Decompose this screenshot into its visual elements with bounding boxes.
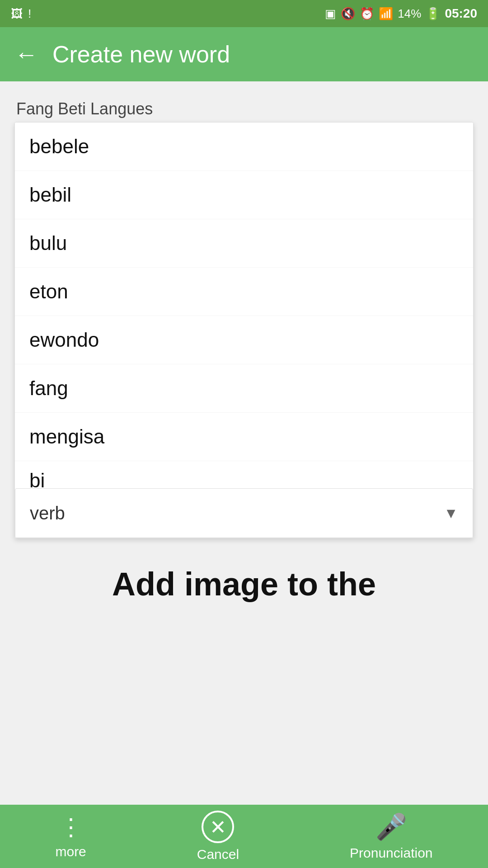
part-of-speech-dropdown[interactable]: verb ▼	[15, 488, 473, 538]
list-item[interactable]: bulu	[15, 219, 473, 268]
more-icon: ⋮	[59, 813, 83, 840]
mute-icon: 🔇	[341, 7, 355, 21]
add-image-text: Add image to the	[112, 566, 376, 602]
list-item[interactable]: mengisa	[15, 413, 473, 461]
language-label: Fang Beti Langues	[14, 99, 474, 118]
main-content: Fang Beti Langues bebele bebil bulu eton…	[0, 81, 488, 538]
list-item[interactable]: fang	[15, 364, 473, 413]
status-bar: 🖼 ! ▣ 🔇 ⏰ 📶 14% 🔋 05:20	[0, 0, 488, 27]
status-bar-right: ▣ 🔇 ⏰ 📶 14% 🔋 05:20	[325, 6, 477, 21]
status-bar-left-icons: 🖼 !	[11, 7, 31, 21]
image-status-icon: 🖼	[11, 7, 23, 21]
alert-status-icon: !	[28, 7, 31, 21]
signal-icon: 📶	[379, 7, 393, 21]
microphone-icon: 🎤	[375, 812, 407, 842]
list-item[interactable]: eton	[15, 268, 473, 316]
list-item[interactable]: bebil	[15, 171, 473, 219]
part-of-speech-value: verb	[30, 503, 65, 524]
back-button[interactable]: ←	[14, 42, 38, 66]
chevron-down-icon: ▼	[444, 505, 458, 522]
pronunciation-label: Pronunciation	[350, 845, 432, 861]
alarm-icon: ⏰	[360, 7, 374, 21]
app-bar: ← Create new word	[0, 27, 488, 81]
language-dropdown-list: bebele bebil bulu eton ewondo fang mengi…	[14, 122, 474, 538]
status-time: 05:20	[445, 6, 477, 21]
cancel-circle-icon: ✕	[202, 811, 234, 843]
list-item[interactable]: bebele	[15, 123, 473, 171]
more-menu-button[interactable]: ⋮ more	[55, 813, 86, 859]
cancel-button[interactable]: ✕ Cancel	[197, 811, 239, 862]
more-label: more	[55, 844, 86, 859]
add-image-section: Add image to the	[0, 538, 488, 603]
pronunciation-button[interactable]: 🎤 Pronunciation	[350, 812, 432, 861]
bottom-nav: ⋮ more ✕ Cancel 🎤 Pronunciation	[0, 805, 488, 868]
battery-text: 14%	[398, 7, 421, 21]
list-item-partial[interactable]: bi	[15, 461, 473, 488]
list-item[interactable]: ewondo	[15, 316, 473, 364]
battery-icon: 🔋	[426, 7, 440, 21]
cancel-x-icon: ✕	[210, 816, 226, 839]
cancel-label: Cancel	[197, 847, 239, 862]
sd-card-icon: ▣	[325, 7, 336, 21]
page-title: Create new word	[52, 41, 230, 68]
